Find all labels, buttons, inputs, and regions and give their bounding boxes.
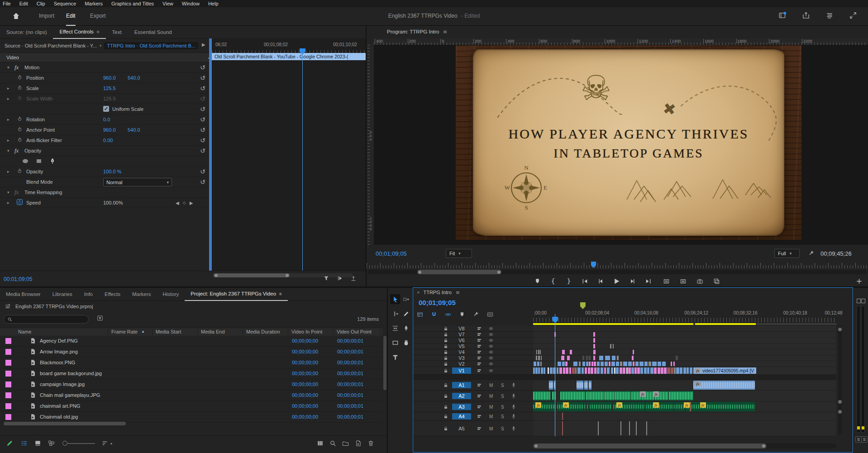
label-color-chip[interactable] xyxy=(5,360,11,366)
track-record-icon[interactable] xyxy=(511,382,516,388)
project-table-header[interactable]: NameFrame Rate▲Media StartMedia EndMedia… xyxy=(0,328,382,337)
timeline-clip[interactable] xyxy=(633,350,634,354)
slip-tool[interactable] xyxy=(390,323,400,333)
timeline-clip[interactable] xyxy=(594,367,596,374)
opacity-value[interactable]: 100.0 % xyxy=(103,169,121,174)
timeline-clip[interactable] xyxy=(553,367,556,374)
timeline-clip[interactable] xyxy=(658,367,660,374)
sync-lock-icon[interactable] xyxy=(477,404,482,410)
timeline-clip[interactable] xyxy=(605,362,608,366)
timeline-clip[interactable] xyxy=(562,413,563,420)
track-visibility-icon[interactable] xyxy=(488,361,494,367)
timeline-clip[interactable] xyxy=(538,367,540,374)
timeline-clip[interactable] xyxy=(687,367,689,374)
timeline-horizontal-scrollbar[interactable] xyxy=(533,443,836,448)
project-vertical-scrollbar[interactable] xyxy=(383,336,386,390)
project-file-row[interactable]: English 2367 TTRPGs Video.prproj xyxy=(5,303,93,310)
sequence-tab[interactable]: × TTRPG Intro xyxy=(417,288,460,297)
stopwatch-icon[interactable] xyxy=(17,137,22,142)
timeline-clip[interactable] xyxy=(534,362,536,366)
extract-button[interactable] xyxy=(678,277,687,286)
timeline-clip[interactable] xyxy=(541,367,543,374)
effect-controls-timeline[interactable]: 06;02 00;01;08;02 00;01;10;02 Old Scroll… xyxy=(212,38,366,271)
track-header-V5[interactable]: V5 xyxy=(413,343,533,349)
timeline-clip[interactable] xyxy=(593,356,596,360)
reset-icon[interactable]: ↺ xyxy=(200,75,205,81)
timeline-timecode[interactable]: 00;01;09;05 xyxy=(419,299,456,306)
table-row[interactable]: Chainmail old.jpg00;00;00;0000;00;00;01 xyxy=(0,412,382,423)
timeline-clip[interactable] xyxy=(540,362,542,366)
nest-sequences-icon[interactable] xyxy=(417,311,423,318)
step-back-button[interactable] xyxy=(596,277,605,286)
timeline-clip-labeled[interactable]: fxvideo1774305095.mp4 [V xyxy=(693,367,756,374)
timeline-clip[interactable] xyxy=(636,421,637,435)
rect-mask-icon[interactable] xyxy=(35,157,43,165)
timeline-clip[interactable] xyxy=(593,332,596,337)
track-lane-A5[interactable] xyxy=(533,421,836,436)
export-frame-button[interactable] xyxy=(695,277,704,286)
timeline-clip[interactable] xyxy=(586,391,589,401)
param-uniform-scale[interactable]: ✓ Uniform Scale ↺ xyxy=(0,104,209,114)
timeline-clip[interactable] xyxy=(671,362,672,366)
timeline-clip[interactable] xyxy=(633,362,634,366)
track-mute-button[interactable]: M xyxy=(489,393,493,398)
type-tool[interactable] xyxy=(390,352,400,362)
timeline-clip[interactable] xyxy=(562,362,565,366)
timeline-clip[interactable] xyxy=(664,367,666,374)
timeline-clip[interactable] xyxy=(629,421,630,435)
comparison-view-button[interactable] xyxy=(712,277,721,286)
timeline-clip[interactable] xyxy=(676,367,679,374)
timeline-clip[interactable] xyxy=(652,362,656,366)
track-lane-A3[interactable]: fxfxfxfxfxfx xyxy=(533,401,836,412)
timeline-clip[interactable] xyxy=(614,367,615,374)
timeline-clip[interactable] xyxy=(623,367,625,374)
track-header-A3[interactable]: A3MS xyxy=(413,401,533,412)
prev-keyframe-icon[interactable]: ◀ xyxy=(176,200,179,205)
timeline-clip[interactable] xyxy=(631,367,634,374)
timeline-clip[interactable] xyxy=(609,362,610,366)
timeline-clip[interactable] xyxy=(591,362,593,366)
timeline-clip[interactable] xyxy=(594,362,596,366)
pen-tool[interactable] xyxy=(401,323,411,333)
param-speed[interactable]: ▸ Speed 100.00% ◀ ◇ ▶ xyxy=(0,198,209,208)
track-lane-V3[interactable] xyxy=(533,355,836,361)
timeline-clip[interactable] xyxy=(544,367,545,374)
timeline-clip[interactable] xyxy=(671,367,673,374)
video-section-header[interactable]: Video ▴ xyxy=(0,53,209,62)
track-name-V2[interactable]: V2 xyxy=(452,361,471,367)
sort-icon[interactable] xyxy=(101,440,108,447)
timeline-clip[interactable] xyxy=(535,367,538,374)
program-tab[interactable]: Program: TTRPG Intro xyxy=(387,26,448,38)
timeline-clip[interactable] xyxy=(549,381,553,390)
timeline-clip[interactable] xyxy=(673,362,675,366)
timeline-clip[interactable] xyxy=(607,367,610,374)
scale-value[interactable]: 125.5 xyxy=(103,86,116,91)
rotation-value[interactable]: 0.0 xyxy=(103,117,110,122)
timeline-clip[interactable] xyxy=(582,367,584,374)
chevron-expanded-icon[interactable]: ▾ xyxy=(7,190,10,195)
fx-badge[interactable]: fx xyxy=(684,402,690,408)
close-icon[interactable]: × xyxy=(417,288,420,297)
chevron-icon[interactable]: ▸ xyxy=(7,138,10,143)
workspaces-icon[interactable] xyxy=(825,11,834,19)
param-scale-width[interactable]: ▸ Scale Width 125.5 ↺ xyxy=(0,94,209,104)
solo-left-button[interactable]: S xyxy=(855,436,862,443)
add-marker-button[interactable] xyxy=(533,277,542,286)
header-tab-edit[interactable]: Edit xyxy=(66,7,76,26)
timeline-clip[interactable] xyxy=(567,356,570,360)
timeline-clip[interactable] xyxy=(610,344,611,348)
track-header-V6[interactable]: V6 xyxy=(413,338,533,343)
sync-lock-icon[interactable] xyxy=(477,326,482,331)
chevron-down-icon[interactable]: ▾ xyxy=(100,43,102,48)
track-mute-button[interactable]: M xyxy=(489,383,493,388)
sync-lock-icon[interactable] xyxy=(477,332,482,337)
chevron-icon[interactable]: ▸ xyxy=(7,117,10,122)
reset-icon[interactable]: ↺ xyxy=(200,137,205,143)
reset-icon[interactable]: ↺ xyxy=(200,106,205,112)
track-lane-V6[interactable] xyxy=(533,338,836,343)
tab-info[interactable]: Info xyxy=(78,288,99,300)
project-writable-icon[interactable] xyxy=(6,440,13,447)
track-lock-icon[interactable] xyxy=(443,338,448,343)
timeline-clip[interactable] xyxy=(615,391,631,401)
param-blend-mode[interactable]: Blend Mode Normal ▾ ↺ xyxy=(0,177,209,187)
